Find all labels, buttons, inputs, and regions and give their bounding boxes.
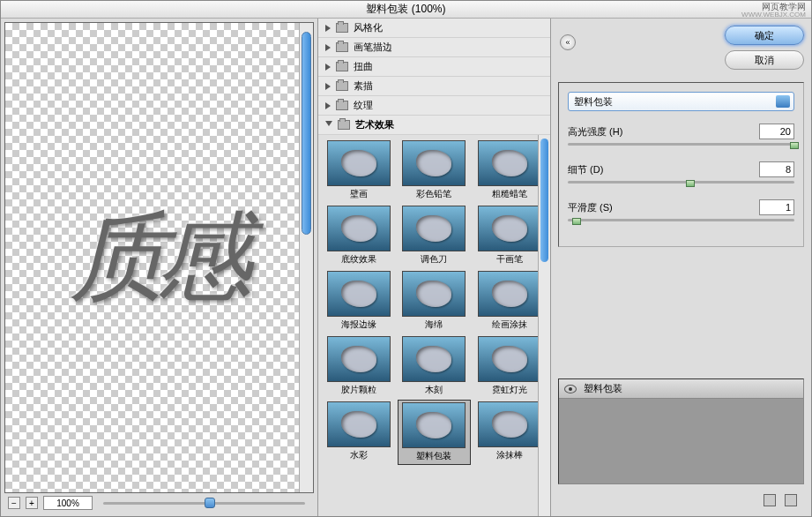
layer-row[interactable]: 塑料包装 xyxy=(559,379,803,399)
filter-thumb[interactable]: 海报边缘 xyxy=(322,269,396,333)
slider-handle[interactable] xyxy=(572,218,581,225)
thumb-label: 霓虹灯光 xyxy=(492,384,527,396)
filter-thumb[interactable]: 塑料包装 xyxy=(398,400,472,465)
folder-icon xyxy=(336,23,348,33)
category-item[interactable]: 素描 xyxy=(318,77,550,96)
category-label: 扭曲 xyxy=(354,60,373,73)
folder-icon xyxy=(336,101,348,110)
disclosure-triangle-icon xyxy=(325,102,331,109)
zoom-slider[interactable] xyxy=(103,497,305,509)
thumb-image xyxy=(327,401,391,447)
slider-value-input[interactable] xyxy=(759,161,794,177)
thumb-image xyxy=(478,206,541,251)
thumb-label: 水彩 xyxy=(350,449,368,461)
filter-pane: 风格化 画笔描边 扭曲 素描 纹理 艺术效果 壁画 彩色铅笔 粗糙蜡笔 底纹效果… xyxy=(318,19,551,516)
disclosure-triangle-icon xyxy=(325,25,331,32)
filter-thumb[interactable]: 海绵 xyxy=(398,269,472,333)
zoom-bar: − + xyxy=(4,493,314,513)
dropdown-value: 塑料包装 xyxy=(574,95,613,109)
thumb-label: 彩色铅笔 xyxy=(416,188,451,200)
filter-thumb[interactable]: 绘画涂抹 xyxy=(473,269,547,333)
action-buttons: « 确定 取消 xyxy=(558,26,804,75)
thumb-image xyxy=(327,336,391,382)
effect-layers: 塑料包装 xyxy=(558,378,804,484)
thumb-label: 海报边缘 xyxy=(341,318,376,331)
zoom-field[interactable] xyxy=(43,496,93,510)
thumb-image xyxy=(402,206,466,251)
disclosure-triangle-icon xyxy=(325,44,331,51)
thumb-image xyxy=(402,140,466,186)
filter-thumb[interactable]: 霓虹灯光 xyxy=(473,334,547,398)
preview-frame[interactable]: 质 感 xyxy=(4,22,314,493)
cancel-button[interactable]: 取消 xyxy=(725,50,804,70)
filter-thumb[interactable]: 涂抹棒 xyxy=(473,400,547,465)
thumb-image xyxy=(327,271,391,317)
filter-thumb[interactable]: 粗糙蜡笔 xyxy=(473,139,547,202)
thumb-image xyxy=(478,336,541,382)
slider-handle[interactable] xyxy=(790,142,799,149)
thumb-image xyxy=(327,206,391,251)
zoom-out-button[interactable]: − xyxy=(8,497,20,509)
slider-row: 平滑度 (S) xyxy=(568,199,794,221)
content: 质 感 − + 风格化 画笔描边 扭曲 素描 纹理 艺术 xyxy=(1,19,811,516)
visibility-icon[interactable] xyxy=(564,385,577,393)
slider-handle[interactable] xyxy=(686,180,695,187)
folder-icon xyxy=(336,62,348,71)
thumb-image xyxy=(478,271,541,317)
filter-gallery-window: 塑料包装 (100%) 网页教学网 WWW.WEBJX.COM 质 感 − + xyxy=(0,0,812,517)
thumb-label: 胶片颗粒 xyxy=(341,384,376,396)
slider-value-input[interactable] xyxy=(759,124,794,139)
category-item[interactable]: 画笔描边 xyxy=(318,38,550,57)
category-label: 艺术效果 xyxy=(355,118,394,131)
thumbnail-area: 壁画 彩色铅笔 粗糙蜡笔 底纹效果 调色刀 干画笔 海报边缘 海绵 绘画涂抹 胶… xyxy=(318,135,550,516)
disclosure-triangle-icon xyxy=(325,83,331,90)
filter-dropdown[interactable]: 塑料包装 xyxy=(568,92,794,111)
titlebar: 塑料包装 (100%) 网页教学网 WWW.WEBJX.COM xyxy=(1,1,811,19)
delete-layer-icon[interactable] xyxy=(785,494,797,506)
filter-thumb[interactable]: 干画笔 xyxy=(473,204,547,267)
folder-icon xyxy=(336,81,348,91)
preview-scrollbar[interactable] xyxy=(299,23,313,492)
preview-scroll-thumb[interactable] xyxy=(302,32,311,235)
category-label: 纹理 xyxy=(354,99,373,112)
slider-row: 细节 (D) xyxy=(568,161,794,184)
transparency-checker: 质 感 xyxy=(5,23,299,492)
slider-track[interactable] xyxy=(568,219,794,221)
settings-box: 塑料包装 高光强度 (H) 细节 (D) 平滑度 (S) xyxy=(558,82,804,247)
settings-pane: « 确定 取消 塑料包装 高光强度 (H) 细节 (D) 平滑度 (S) xyxy=(551,19,811,516)
category-item[interactable]: 扭曲 xyxy=(318,57,550,77)
filter-thumb[interactable]: 底纹效果 xyxy=(322,204,396,267)
zoom-handle[interactable] xyxy=(205,498,215,508)
collapse-icon[interactable]: « xyxy=(560,34,576,50)
slider-track[interactable] xyxy=(568,143,794,146)
thumb-label: 涂抹棒 xyxy=(496,449,523,461)
filter-thumb[interactable]: 彩色铅笔 xyxy=(398,139,472,202)
category-label: 画笔描边 xyxy=(354,41,392,54)
thumb-label: 木刻 xyxy=(425,384,443,396)
watermark: 网页教学网 WWW.WEBJX.COM xyxy=(741,3,806,19)
thumb-label: 粗糙蜡笔 xyxy=(492,188,527,200)
zoom-in-button[interactable]: + xyxy=(26,497,38,509)
thumbnail-grid: 壁画 彩色铅笔 粗糙蜡笔 底纹效果 调色刀 干画笔 海报边缘 海绵 绘画涂抹 胶… xyxy=(318,135,550,468)
ok-button[interactable]: 确定 xyxy=(725,26,804,45)
new-layer-icon[interactable] xyxy=(764,494,776,506)
thumb-image xyxy=(327,140,391,186)
filter-thumb[interactable]: 调色刀 xyxy=(398,204,472,267)
disclosure-triangle-icon xyxy=(325,64,331,71)
thumb-label: 底纹效果 xyxy=(341,253,376,266)
thumb-image xyxy=(402,271,466,317)
slider-track[interactable] xyxy=(568,181,794,184)
thumb-label: 壁画 xyxy=(350,188,368,200)
filter-thumb[interactable]: 胶片颗粒 xyxy=(322,334,396,398)
filter-thumb[interactable]: 水彩 xyxy=(322,400,396,465)
filter-scroll-thumb[interactable] xyxy=(540,139,548,262)
category-item[interactable]: 风格化 xyxy=(318,19,550,38)
category-item[interactable]: 纹理 xyxy=(318,96,550,116)
filter-thumb[interactable]: 壁画 xyxy=(322,139,396,202)
filter-scrollbar[interactable] xyxy=(538,135,550,516)
slider-value-input[interactable] xyxy=(759,199,794,215)
thumb-label: 干画笔 xyxy=(496,253,523,266)
filter-thumb[interactable]: 木刻 xyxy=(398,334,472,398)
disclosure-triangle-icon xyxy=(325,121,332,130)
category-item[interactable]: 艺术效果 xyxy=(318,116,550,135)
